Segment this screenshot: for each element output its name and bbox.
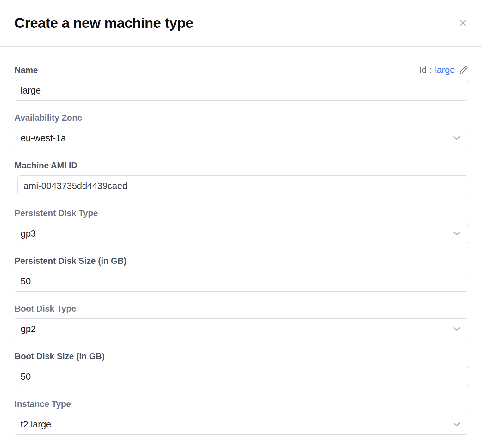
id-prefix-label: Id : — [419, 65, 432, 75]
boot-disk-size-input[interactable] — [15, 366, 468, 387]
name-label: Name — [15, 66, 38, 75]
chevron-down-icon — [453, 422, 460, 427]
boot-disk-type-label: Boot Disk Type — [15, 304, 76, 313]
persistent-disk-type-label: Persistent Disk Type — [15, 209, 98, 218]
availability-zone-label: Availability Zone — [15, 113, 82, 122]
field-group-availability-zone: Availability Zone eu-west-1a — [15, 113, 468, 148]
create-machine-type-dialog: Create a new machine type Name Id : larg… — [0, 0, 482, 448]
availability-zone-value: eu-west-1a — [21, 133, 66, 143]
persistent-disk-size-label: Persistent Disk Size (in GB) — [15, 257, 127, 265]
edit-id-button[interactable] — [459, 65, 468, 75]
persistent-disk-type-select[interactable]: gp3 — [15, 223, 468, 244]
field-group-name: Name Id : large — [15, 65, 468, 101]
chevron-down-icon — [453, 231, 460, 236]
dialog-title: Create a new machine type — [15, 14, 193, 32]
pencil-icon — [459, 71, 468, 76]
persistent-disk-size-input[interactable] — [15, 271, 468, 292]
boot-disk-size-label: Boot Disk Size (in GB) — [15, 352, 105, 361]
field-group-boot-disk-type: Boot Disk Type gp2 — [15, 304, 468, 339]
instance-type-select[interactable]: t2.large — [15, 414, 468, 435]
close-icon — [458, 24, 468, 29]
dialog-header: Create a new machine type — [0, 0, 482, 47]
instance-type-label: Instance Type — [15, 400, 71, 409]
persistent-disk-type-value: gp3 — [21, 228, 36, 239]
boot-disk-type-select[interactable]: gp2 — [15, 318, 468, 339]
close-button[interactable] — [458, 18, 468, 28]
field-group-boot-disk-size: Boot Disk Size (in GB) — [15, 352, 468, 387]
instance-type-value: t2.large — [21, 419, 51, 430]
machine-ami-id-input[interactable] — [17, 175, 468, 196]
machine-ami-id-label: Machine AMI ID — [15, 161, 77, 170]
dialog-body: Name Id : large — [0, 47, 482, 435]
id-value: large — [435, 65, 455, 75]
chevron-down-icon — [453, 136, 460, 140]
field-group-machine-ami-id: Machine AMI ID — [15, 161, 468, 196]
chevron-down-icon — [453, 327, 460, 331]
boot-disk-type-value: gp2 — [21, 324, 36, 334]
field-group-persistent-disk-type: Persistent Disk Type gp3 — [15, 209, 468, 244]
name-input[interactable] — [15, 80, 468, 101]
field-group-persistent-disk-size: Persistent Disk Size (in GB) — [15, 257, 468, 292]
field-group-instance-type: Instance Type t2.large — [15, 400, 468, 435]
availability-zone-select[interactable]: eu-west-1a — [15, 128, 468, 148]
id-badge: Id : large — [419, 65, 468, 75]
